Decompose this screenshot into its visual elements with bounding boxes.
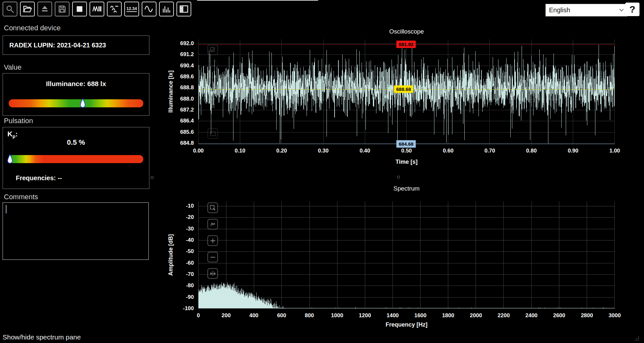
- multi-record-button[interactable]: [107, 2, 122, 16]
- language-select-value: English: [549, 6, 570, 14]
- x-axis-tick: 2200: [497, 312, 510, 319]
- eject-button[interactable]: [37, 2, 52, 16]
- autoscale-icon[interactable]: [207, 61, 218, 72]
- zoom-out-icon[interactable]: [207, 252, 218, 262]
- y-axis-tick: 688.8: [180, 84, 194, 91]
- illuminance-gauge: [9, 99, 143, 107]
- x-axis-tick: 2800: [581, 312, 593, 319]
- x-axis-tick: 1.00: [609, 148, 620, 154]
- zoom-region-icon[interactable]: [207, 128, 218, 139]
- x-axis-tick: 0.50: [401, 148, 412, 154]
- resize-grip-icon[interactable]: [634, 336, 639, 341]
- x-axis-tick: 1000: [331, 312, 343, 319]
- status-bar-text: Show/hide spectrum pane: [3, 333, 81, 341]
- autoscale-icon[interactable]: [207, 219, 218, 230]
- y-axis-tick: 688.0: [180, 95, 194, 103]
- open-file-button[interactable]: [20, 2, 35, 16]
- comments-label: Comments: [4, 193, 38, 201]
- numeric-display-button[interactable]: 12.34: [124, 2, 139, 16]
- eject-icon: [40, 4, 50, 14]
- pulsation-panel: Kp: 0.5 % Frequencies: --: [3, 127, 149, 189]
- stop-icon: [75, 4, 84, 14]
- select-region-icon[interactable]: [207, 202, 218, 213]
- y-axis-tick: -40: [186, 237, 194, 244]
- y-axis-tick: -20: [186, 214, 194, 221]
- stop-button[interactable]: [72, 2, 87, 16]
- y-axis-tick: 689.6: [180, 73, 194, 80]
- pulsation-gauge: [9, 155, 143, 163]
- zoom-button[interactable]: [3, 2, 17, 16]
- x-axis-tick: 200: [222, 312, 231, 319]
- y-axis-tick: 690.4: [180, 62, 194, 69]
- x-axis-tick: 0.10: [235, 148, 245, 154]
- zoom-out-icon[interactable]: [207, 94, 218, 104]
- save-button[interactable]: [55, 2, 70, 16]
- y-axis-tick: 686.4: [180, 117, 194, 124]
- marker-badge[interactable]: 691.92: [396, 41, 416, 48]
- pane-splitter-handle-center[interactable]: [397, 176, 400, 179]
- app-window: 12.34 English ? Connected device RADEX L…: [0, 0, 644, 343]
- save-icon: [57, 4, 67, 14]
- text-cursor: [6, 205, 6, 213]
- layout-panes-button[interactable]: [176, 2, 191, 16]
- x-axis-tick: 1200: [359, 312, 371, 319]
- status-bar: Show/hide spectrum pane: [0, 331, 644, 343]
- waveform-record-icon: [92, 4, 102, 14]
- y-axis-tick: 684.8: [180, 140, 194, 147]
- magnifier-icon: [5, 4, 15, 14]
- record-oscillogram-button[interactable]: [90, 2, 104, 16]
- marker-badge[interactable]: 688.68: [394, 85, 413, 93]
- fit-horizontal-icon[interactable]: [207, 268, 218, 279]
- x-axis-tick: 0.90: [568, 148, 578, 154]
- oscilloscope-title: Oscilloscope: [198, 28, 615, 35]
- main-toolbar: 12.34: [3, 2, 191, 16]
- y-axis-tick: 692.0: [180, 40, 194, 47]
- sine-wave-icon: [144, 4, 154, 14]
- device-name: RADEX LUPIN: 2021-04-21 6323: [3, 42, 106, 49]
- x-axis-tick: 0.60: [443, 148, 453, 154]
- apply-selection-icon[interactable]: [207, 44, 218, 55]
- frequencies-value: Frequencies: --: [16, 174, 62, 182]
- x-axis-tick: 2600: [553, 312, 565, 319]
- y-axis-tick: -80: [186, 282, 194, 289]
- zoom-in-icon[interactable]: [207, 77, 218, 88]
- y-axis-tick: -60: [186, 260, 194, 267]
- pane-splitter-handle-left[interactable]: [151, 176, 154, 179]
- oscilloscope-pane-button[interactable]: [142, 2, 156, 16]
- x-axis-tick: 1800: [442, 312, 454, 319]
- spectrum-plot[interactable]: [198, 201, 615, 309]
- language-select[interactable]: English: [545, 4, 627, 16]
- marker-badge[interactable]: 684.68: [396, 140, 416, 148]
- window-top-edge: [197, 0, 318, 1]
- y-axis-tick: 685.6: [180, 129, 194, 136]
- x-axis-tick: 0: [197, 312, 200, 319]
- x-axis-tick: 1600: [414, 312, 427, 319]
- help-button[interactable]: ?: [625, 3, 639, 16]
- x-axis-tick: 800: [305, 312, 314, 319]
- x-axis-tick: 2400: [525, 312, 537, 319]
- illuminance-value: Illuminance: 688 lx: [3, 80, 149, 88]
- spectrum-pane-button[interactable]: [159, 2, 174, 16]
- pulsation-label: Pulsation: [4, 117, 33, 125]
- spectrum-title: Spectrum: [198, 185, 615, 192]
- spectrum-canvas[interactable]: [198, 201, 615, 309]
- illuminance-marker-icon: [80, 98, 86, 108]
- y-axis-tick: -100: [183, 305, 194, 312]
- x-axis-tick: 3000: [609, 312, 621, 319]
- comments-container: [3, 202, 149, 260]
- value-panel: Illuminance: 688 lx: [3, 73, 149, 116]
- stacked-waves-icon: [109, 4, 119, 14]
- numeric-display-icon: 12.34: [127, 6, 137, 12]
- x-axis-tick: 2000: [470, 312, 482, 319]
- y-axis-tick: 687.2: [180, 106, 194, 113]
- x-axis-tick: 0.30: [318, 148, 328, 154]
- oscilloscope-x-axis-label: Time [s]: [198, 159, 615, 165]
- y-axis-tick: -90: [186, 294, 194, 301]
- bar-chart-icon: [162, 4, 171, 14]
- spectrum-x-ticks: 0200400600800100012001400160018002000220…: [198, 312, 615, 320]
- x-axis-tick: 0.80: [526, 148, 537, 154]
- y-axis-tick: -70: [186, 271, 194, 278]
- zoom-in-icon[interactable]: [207, 235, 218, 246]
- comments-input[interactable]: [3, 202, 149, 260]
- oscilloscope-plot[interactable]: 691.92688.68684.68: [198, 39, 615, 144]
